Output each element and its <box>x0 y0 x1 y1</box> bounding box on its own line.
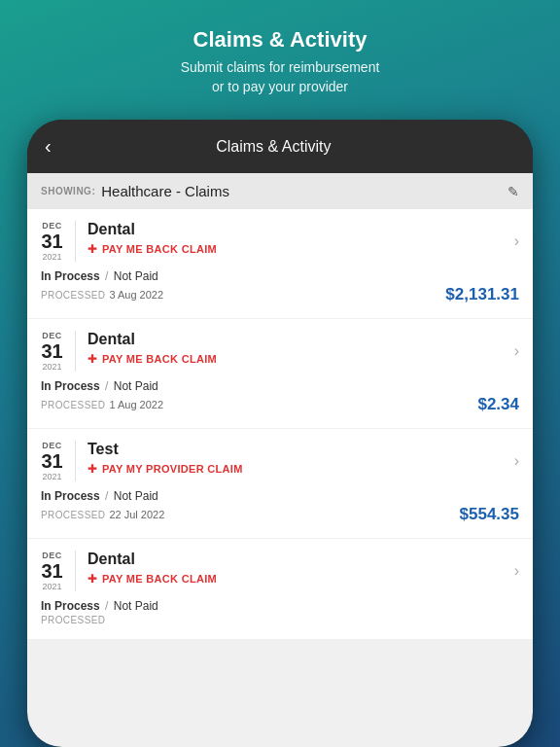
nav-bar: ‹ Claims & Activity <box>27 120 533 173</box>
chevron-right-icon: › <box>514 452 519 470</box>
processed-date: 3 Aug 2022 <box>109 289 163 301</box>
processed-date: 22 Jul 2022 <box>109 509 164 520</box>
date-year: 2021 <box>41 472 63 481</box>
processed-info: PROCESSED 22 Jul 2022 <box>41 509 164 520</box>
chevron-right-icon: › <box>514 232 519 250</box>
date-month: DEC <box>41 441 63 450</box>
processed-label: PROCESSED <box>41 615 105 625</box>
filter-left: SHOWING: Healthcare - Claims <box>41 183 229 199</box>
claim-status: In Process / Not Paid <box>41 599 158 613</box>
claim-type: ✚ PAY MY PROVIDER CLAIM <box>88 462 514 476</box>
page-title: Claims & Activity <box>181 27 380 53</box>
claims-list: DEC 31 2021 Dental ✚ PAY ME BACK CLAIM ›… <box>27 209 533 747</box>
date-year: 2021 <box>41 252 63 262</box>
claim-name: Dental <box>88 331 514 348</box>
claim-card[interactable]: DEC 31 2021 Dental ✚ PAY ME BACK CLAIM ›… <box>27 209 533 318</box>
date-month: DEC <box>41 221 63 231</box>
processed-label: PROCESSED <box>41 510 105 520</box>
claim-name: Dental <box>88 221 514 238</box>
claim-type: ✚ PAY ME BACK CLAIM <box>88 242 514 256</box>
edit-icon[interactable]: ✎ <box>508 184 519 199</box>
processed-label: PROCESSED <box>41 290 105 301</box>
date-block: DEC 31 2021 <box>41 221 76 262</box>
claim-status-row: In Process / Not Paid <box>41 489 519 503</box>
claim-card[interactable]: DEC 31 2021 Dental ✚ PAY ME BACK CLAIM ›… <box>27 539 533 639</box>
date-month: DEC <box>41 551 63 560</box>
claim-header: DEC 31 2021 Test ✚ PAY MY PROVIDER CLAIM… <box>41 441 519 481</box>
processed-row: PROCESSED 3 Aug 2022 $2,131.31 <box>41 285 519 304</box>
processed-label: PROCESSED <box>41 400 105 410</box>
top-section: Claims & Activity Submit claims for reim… <box>142 0 419 120</box>
date-month: DEC <box>41 331 63 340</box>
claim-name: Test <box>88 441 514 458</box>
claim-amount: $554.35 <box>460 505 519 524</box>
date-block: DEC 31 2021 <box>41 331 76 372</box>
nav-title: Claims & Activity <box>59 138 488 156</box>
processed-date: 1 Aug 2022 <box>109 399 163 410</box>
chevron-right-icon: › <box>514 342 519 360</box>
filter-label: SHOWING: <box>41 186 95 196</box>
filter-value: Healthcare - Claims <box>101 183 229 199</box>
claim-amount: $2,131.31 <box>445 285 519 304</box>
cross-icon: ✚ <box>88 242 97 256</box>
date-year: 2021 <box>41 362 63 372</box>
claim-type: ✚ PAY ME BACK CLAIM <box>88 352 514 366</box>
claim-card[interactable]: DEC 31 2021 Dental ✚ PAY ME BACK CLAIM ›… <box>27 319 533 428</box>
processed-info: PROCESSED 3 Aug 2022 <box>41 289 163 301</box>
processed-row: PROCESSED 1 Aug 2022 $2.34 <box>41 395 519 414</box>
processed-row: PROCESSED <box>41 615 519 625</box>
claim-status: In Process / Not Paid <box>41 379 158 393</box>
processed-info: PROCESSED <box>41 615 109 625</box>
claim-amount: $2.34 <box>477 395 519 414</box>
cross-icon: ✚ <box>88 572 97 586</box>
cross-icon: ✚ <box>88 352 97 366</box>
claim-type: ✚ PAY ME BACK CLAIM <box>88 572 514 586</box>
cross-icon: ✚ <box>88 462 97 476</box>
claim-card[interactable]: DEC 31 2021 Test ✚ PAY MY PROVIDER CLAIM… <box>27 429 533 538</box>
date-block: DEC 31 2021 <box>41 441 76 481</box>
page-subtitle: Submit claims for reimbursement or to pa… <box>181 58 380 96</box>
claim-info: Dental ✚ PAY ME BACK CLAIM <box>88 221 514 256</box>
claim-status-row: In Process / Not Paid <box>41 379 519 393</box>
claim-type-label: PAY ME BACK CLAIM <box>102 573 217 585</box>
claim-status: In Process / Not Paid <box>41 489 158 503</box>
claim-info: Dental ✚ PAY ME BACK CLAIM <box>88 331 514 366</box>
processed-info: PROCESSED 1 Aug 2022 <box>41 399 163 410</box>
date-day: 31 <box>41 560 63 582</box>
claim-info: Dental ✚ PAY ME BACK CLAIM <box>88 551 514 586</box>
claim-name: Dental <box>88 551 514 568</box>
back-button[interactable]: ‹ <box>43 133 59 160</box>
claim-info: Test ✚ PAY MY PROVIDER CLAIM <box>88 441 514 476</box>
claim-header: DEC 31 2021 Dental ✚ PAY ME BACK CLAIM › <box>41 331 519 372</box>
chevron-right-icon: › <box>514 562 519 580</box>
claim-status-row: In Process / Not Paid <box>41 599 519 613</box>
processed-row: PROCESSED 22 Jul 2022 $554.35 <box>41 505 519 524</box>
date-day: 31 <box>41 340 63 362</box>
claim-status-row: In Process / Not Paid <box>41 269 519 283</box>
claim-type-label: PAY ME BACK CLAIM <box>102 353 217 365</box>
claim-header: DEC 31 2021 Dental ✚ PAY ME BACK CLAIM › <box>41 221 519 262</box>
date-day: 31 <box>41 231 63 252</box>
date-year: 2021 <box>41 582 63 591</box>
claim-status: In Process / Not Paid <box>41 269 158 283</box>
claim-type-label: PAY MY PROVIDER CLAIM <box>102 463 243 475</box>
claim-type-label: PAY ME BACK CLAIM <box>102 243 217 255</box>
filter-bar: SHOWING: Healthcare - Claims ✎ <box>27 173 533 209</box>
date-day: 31 <box>41 450 63 472</box>
date-block: DEC 31 2021 <box>41 551 76 591</box>
claim-header: DEC 31 2021 Dental ✚ PAY ME BACK CLAIM › <box>41 551 519 591</box>
device-frame: ‹ Claims & Activity SHOWING: Healthcare … <box>27 120 533 747</box>
